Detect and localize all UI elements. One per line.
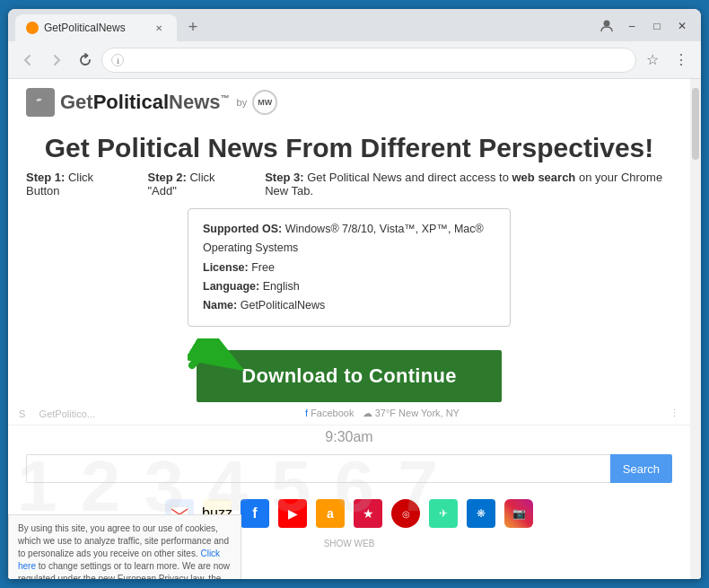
- info-language: Language: English: [203, 277, 495, 296]
- language-value: English: [263, 280, 300, 293]
- behind-end: ⋮: [670, 408, 679, 419]
- download-area: Download to Continue: [8, 334, 690, 402]
- info-name: Name: GetPoliticalNews: [203, 296, 495, 315]
- url-bar[interactable]: ℹ: [101, 48, 636, 73]
- svg-point-0: [604, 21, 610, 27]
- profile-button[interactable]: [595, 14, 618, 38]
- supported-label: Supported OS:: [203, 223, 282, 235]
- address-bar: ℹ ☆ ⋮: [8, 41, 701, 79]
- cookie-notice: By using this site, you agree to our use…: [8, 514, 241, 579]
- lock-icon: ℹ: [111, 54, 124, 66]
- cookie-text: By using this site, you agree to our use…: [18, 523, 230, 579]
- info-license: License: Free: [203, 259, 495, 277]
- logo-by: by: [237, 97, 248, 108]
- tab-title: GetPoliticalNews: [44, 22, 146, 34]
- bookmark-button[interactable]: ☆: [640, 48, 665, 73]
- walmart-icon[interactable]: ❋: [467, 499, 495, 528]
- site-logo: GetPoliticalNews™ by MW: [26, 88, 277, 117]
- behind-left: S GetPolitico...: [19, 408, 95, 419]
- tab-close-button[interactable]: ✕: [152, 21, 166, 35]
- time-display: 9:30am: [8, 429, 690, 445]
- svg-point-3: [31, 93, 49, 111]
- behind-row: S GetPolitico... f Facebook ☁ 37°F New Y…: [8, 402, 690, 426]
- minimize-button[interactable]: –: [620, 14, 643, 38]
- title-bar: GetPoliticalNews ✕ + – □ ✕: [8, 9, 701, 41]
- search-button[interactable]: Search: [610, 454, 672, 483]
- name-value: GetPoliticalNews: [241, 299, 325, 312]
- tab-favicon: [26, 22, 39, 34]
- bottom-row: By using this site, you agree to our use…: [8, 552, 690, 579]
- logo-get: Get: [60, 91, 93, 113]
- site-header: GetPoliticalNews™ by MW: [8, 79, 690, 122]
- page-content: GetPoliticalNews™ by MW Get Political Ne…: [8, 79, 690, 579]
- step-2: Step 2: Click "Add": [147, 171, 238, 197]
- hero-title: Get Political News From Different Perspe…: [26, 133, 672, 163]
- refresh-button[interactable]: [73, 48, 98, 73]
- svg-text:ℹ: ℹ: [117, 57, 119, 65]
- arrow-icon: [188, 338, 259, 392]
- logo-news-text: News: [169, 91, 220, 113]
- mw-badge: MW: [252, 90, 277, 115]
- cookie-settings-link[interactable]: Click here: [18, 549, 220, 571]
- browser-window: GetPoliticalNews ✕ + – □ ✕ ℹ ☆ ⋮: [8, 9, 701, 579]
- license-value: Free: [251, 261, 275, 274]
- back-button[interactable]: [15, 48, 40, 73]
- logo-text: GetPoliticalNews™: [60, 91, 230, 114]
- browser-content: GetPoliticalNews™ by MW Get Political Ne…: [8, 79, 701, 579]
- scrollbar-thumb: [692, 88, 699, 160]
- page-behind: S GetPolitico... f Facebook ☁ 37°F New Y…: [8, 402, 690, 579]
- behind-right: f Facebook ☁ 37°F New York, NY: [305, 408, 460, 419]
- logo-tm: ™: [221, 93, 230, 103]
- logo-icon: [26, 88, 55, 117]
- steps-bar: Step 1: Click Button Step 2: Click "Add"…: [26, 171, 672, 197]
- logo-political: Political: [93, 91, 169, 113]
- hero-section: Get Political News From Different Perspe…: [8, 122, 690, 334]
- scrollbar[interactable]: [690, 79, 701, 579]
- language-label: Language:: [203, 280, 259, 293]
- name-label: Name:: [203, 299, 237, 312]
- info-box: Supported OS: Windows® 7/8/10, Vista™, X…: [188, 208, 511, 327]
- browser-menu-button[interactable]: ⋮: [669, 48, 694, 73]
- step-3: Step 3: Get Political News and direct ac…: [265, 171, 672, 197]
- info-supported: Supported OS: Windows® 7/8/10, Vista™, X…: [203, 220, 495, 259]
- maximize-button[interactable]: □: [645, 14, 669, 38]
- window-controls: – □ ✕: [595, 14, 694, 41]
- close-window-button[interactable]: ✕: [670, 14, 694, 38]
- step-1: Step 1: Click Button: [26, 171, 120, 197]
- new-tab-button[interactable]: +: [180, 14, 206, 39]
- instagram-icon[interactable]: 📷: [504, 499, 533, 528]
- license-label: License:: [203, 261, 249, 274]
- forward-button[interactable]: [44, 48, 69, 73]
- active-tab[interactable]: GetPoliticalNews ✕: [15, 14, 177, 41]
- arrow-container: [188, 338, 259, 396]
